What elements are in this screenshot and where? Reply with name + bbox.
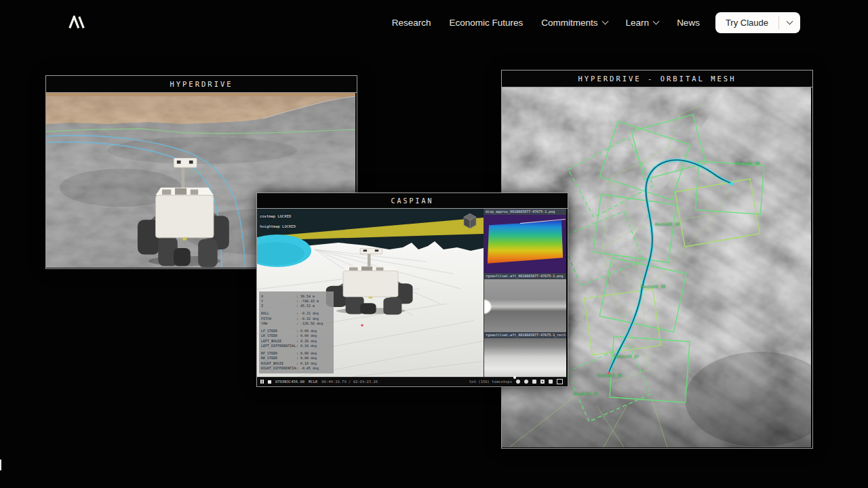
main-nav: Research Economic Futures Commitments Le… [392,0,800,45]
page: Research Economic Futures Commitments Le… [0,0,868,488]
route-label: Route10_37 [614,354,639,359]
stop-button[interactable] [268,380,271,384]
timesteps-label: Set (150) timesteps [469,380,512,384]
nav-item-research[interactable]: Research [392,18,431,28]
fullscreen-button[interactable] [557,379,563,384]
caspian-window: CASPIAN [256,192,568,387]
caspian-window-title: CASPIAN [257,193,568,209]
thumbnail-caption: disp_approx_0818665877-07675-1.png [484,209,566,215]
anthropic-logo-icon[interactable] [68,16,85,29]
nav-item-learn[interactable]: Learn [626,18,659,28]
nav-item-commitments[interactable]: Commitments [541,18,607,28]
telemetry-readout: X30.54 m Y-746.43 m Z45.52 m ROLL-0.21 d… [259,291,334,374]
caspian-image-column: disp_approx_0818665877-07675-1.png rgnav… [484,209,566,377]
timecode: 00:44:19.79 / 02:09:23.26 [321,380,378,384]
nav-label: Research [392,18,431,28]
playback-bar: 0788N3C456.00 RCLK 00:44:19.79 / 02:09:2… [257,377,566,386]
caspian-body: costmap LOCKED heightmap LOCKED X30.54 m… [257,209,566,377]
comment-icon[interactable] [516,380,520,384]
disparity-colormap [488,220,563,268]
chevron-down-icon [653,18,660,25]
navcam-thumbnail[interactable] [484,279,566,332]
disparity-map-thumbnail[interactable] [484,215,566,273]
heightmap-status: heightmap LOCKED [260,224,296,228]
caspian-3d-view: costmap LOCKED heightmap LOCKED X30.54 m… [257,209,484,377]
nav-item-news[interactable]: News [677,18,700,28]
route-label: Route10_38 [641,284,665,289]
costmap-status: costmap LOCKED [260,214,291,218]
thumbnail-caption: rgnavfilsat.aft_0818665877-07675-1_recti… [484,332,566,338]
chevron-down-icon [787,18,793,25]
text-cursor-artifact [0,460,1,470]
chevron-down-icon [601,18,608,25]
nav-label: Economic Futures [450,18,524,28]
try-claude-button-group: Try Claude [715,12,800,33]
route-label: Route10_36 [597,373,622,378]
hyperdrive-window-title: HYPERDRIVE [46,76,357,93]
top-nav-bar: Research Economic Futures Commitments Le… [0,0,868,45]
nav-label: News [677,18,700,28]
route-label: Route10_40 [735,161,760,165]
route-label: Route10_35 [574,391,598,396]
waypoint-dot [361,324,363,326]
clip-id: 0788N3C456.00 [275,380,304,384]
orbital-mesh-window-title: HYPERDRIVE - ORBITAL MESH [502,70,812,87]
nav-label: Commitments [541,18,597,28]
nav-item-economic-futures[interactable]: Economic Futures [450,18,524,28]
pause-button[interactable] [260,380,264,384]
record-icon[interactable] [524,380,528,384]
try-claude-button[interactable]: Try Claude [715,12,778,33]
playback-mode: RCLK [309,380,317,384]
layers-icon[interactable] [549,380,553,384]
route-label: Route10_39 [655,222,679,226]
thumbnail-caption: rgnavfilsat.aft_0818665877-07675-1.png [484,273,566,279]
nav-label: Learn [626,18,650,28]
settings-icon[interactable] [532,380,536,384]
try-claude-dropdown-button[interactable] [779,12,800,33]
path-endpoint-marker [730,182,733,185]
rectified-navcam-thumbnail[interactable] [484,338,566,377]
camera-icon[interactable] [540,380,545,384]
view-gizmo-cube[interactable] [460,211,480,231]
